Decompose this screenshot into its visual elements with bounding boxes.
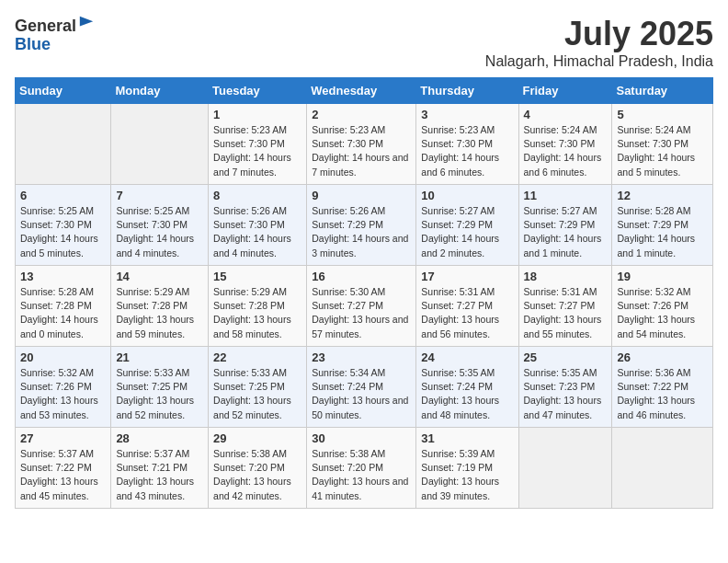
day-number: 17 [421,270,513,283]
day-info: Sunrise: 5:26 AMSunset: 7:29 PMDaylight:… [312,204,411,260]
header-day-tuesday: Tuesday [209,78,307,104]
week-row: 1Sunrise: 5:23 AMSunset: 7:30 PMDaylight… [16,104,713,185]
day-number: 7 [116,189,203,202]
day-info: Sunrise: 5:37 AMSunset: 7:22 PMDaylight:… [20,447,106,503]
header-day-monday: Monday [111,78,209,104]
day-info: Sunrise: 5:35 AMSunset: 7:23 PMDaylight:… [524,366,608,422]
calendar-cell: 14Sunrise: 5:29 AMSunset: 7:28 PMDayligh… [111,266,209,347]
day-info: Sunrise: 5:24 AMSunset: 7:30 PMDaylight:… [524,123,608,179]
day-info: Sunrise: 5:31 AMSunset: 7:27 PMDaylight:… [421,285,513,341]
day-number: 16 [312,270,411,283]
day-info: Sunrise: 5:23 AMSunset: 7:30 PMDaylight:… [312,123,411,179]
header-day-saturday: Saturday [612,78,713,104]
day-number: 14 [116,270,203,283]
day-info: Sunrise: 5:36 AMSunset: 7:22 PMDaylight:… [617,366,708,422]
day-info: Sunrise: 5:38 AMSunset: 7:20 PMDaylight:… [312,447,411,503]
calendar-cell: 24Sunrise: 5:35 AMSunset: 7:24 PMDayligh… [416,347,518,428]
week-row: 27Sunrise: 5:37 AMSunset: 7:22 PMDayligh… [16,428,713,509]
day-number: 5 [617,108,708,121]
calendar-cell: 26Sunrise: 5:36 AMSunset: 7:22 PMDayligh… [612,347,713,428]
day-number: 22 [213,350,301,364]
svg-marker-0 [80,17,93,27]
calendar-table: SundayMondayTuesdayWednesdayThursdayFrid… [15,77,713,509]
day-number: 30 [312,431,411,445]
day-number: 27 [20,431,106,445]
day-info: Sunrise: 5:33 AMSunset: 7:25 PMDaylight:… [116,366,203,422]
day-number: 26 [617,350,708,364]
calendar-cell: 27Sunrise: 5:37 AMSunset: 7:22 PMDayligh… [16,428,111,509]
day-info: Sunrise: 5:37 AMSunset: 7:21 PMDaylight:… [116,447,203,503]
day-info: Sunrise: 5:39 AMSunset: 7:19 PMDaylight:… [421,447,513,503]
day-info: Sunrise: 5:25 AMSunset: 7:30 PMDaylight:… [116,204,203,260]
calendar-cell: 2Sunrise: 5:23 AMSunset: 7:30 PMDaylight… [307,104,416,185]
day-info: Sunrise: 5:35 AMSunset: 7:24 PMDaylight:… [421,366,513,422]
calendar-cell: 9Sunrise: 5:26 AMSunset: 7:29 PMDaylight… [307,185,416,266]
page-title: July 2025 [485,15,713,53]
week-row: 20Sunrise: 5:32 AMSunset: 7:26 PMDayligh… [16,347,713,428]
day-number: 18 [524,270,608,283]
day-info: Sunrise: 5:29 AMSunset: 7:28 PMDaylight:… [116,285,203,341]
day-number: 31 [421,431,513,445]
calendar-cell: 21Sunrise: 5:33 AMSunset: 7:25 PMDayligh… [111,347,209,428]
day-number: 10 [421,189,513,202]
calendar-cell [111,104,209,185]
logo-flag-icon [78,15,95,31]
day-info: Sunrise: 5:32 AMSunset: 7:26 PMDaylight:… [617,285,708,341]
day-number: 9 [312,189,411,202]
calendar-cell: 10Sunrise: 5:27 AMSunset: 7:29 PMDayligh… [416,185,518,266]
day-info: Sunrise: 5:28 AMSunset: 7:29 PMDaylight:… [617,204,708,260]
day-number: 29 [213,431,301,445]
day-number: 4 [524,108,608,121]
day-info: Sunrise: 5:32 AMSunset: 7:26 PMDaylight:… [20,366,106,422]
calendar-cell: 22Sunrise: 5:33 AMSunset: 7:25 PMDayligh… [209,347,307,428]
calendar-cell [16,104,111,185]
logo-blue: Blue [15,35,51,53]
day-info: Sunrise: 5:34 AMSunset: 7:24 PMDaylight:… [312,366,411,422]
calendar-cell: 4Sunrise: 5:24 AMSunset: 7:30 PMDaylight… [518,104,612,185]
calendar-cell: 11Sunrise: 5:27 AMSunset: 7:29 PMDayligh… [518,185,612,266]
day-number: 28 [116,431,203,445]
header-day-wednesday: Wednesday [307,78,416,104]
day-number: 19 [617,270,708,283]
calendar-cell: 5Sunrise: 5:24 AMSunset: 7:30 PMDaylight… [612,104,713,185]
week-row: 6Sunrise: 5:25 AMSunset: 7:30 PMDaylight… [16,185,713,266]
calendar-cell: 28Sunrise: 5:37 AMSunset: 7:21 PMDayligh… [111,428,209,509]
calendar-cell: 23Sunrise: 5:34 AMSunset: 7:24 PMDayligh… [307,347,416,428]
day-number: 20 [20,350,106,364]
calendar-cell: 31Sunrise: 5:39 AMSunset: 7:19 PMDayligh… [416,428,518,509]
day-info: Sunrise: 5:31 AMSunset: 7:27 PMDaylight:… [524,285,608,341]
calendar-cell: 29Sunrise: 5:38 AMSunset: 7:20 PMDayligh… [209,428,307,509]
day-number: 1 [213,108,301,121]
calendar-cell: 15Sunrise: 5:29 AMSunset: 7:28 PMDayligh… [209,266,307,347]
calendar-cell: 7Sunrise: 5:25 AMSunset: 7:30 PMDaylight… [111,185,209,266]
calendar-cell: 16Sunrise: 5:30 AMSunset: 7:27 PMDayligh… [307,266,416,347]
calendar-header: SundayMondayTuesdayWednesdayThursdayFrid… [16,78,713,104]
page-subtitle: Nalagarh, Himachal Pradesh, India [485,53,713,70]
calendar-cell: 30Sunrise: 5:38 AMSunset: 7:20 PMDayligh… [307,428,416,509]
day-info: Sunrise: 5:23 AMSunset: 7:30 PMDaylight:… [421,123,513,179]
calendar-cell: 25Sunrise: 5:35 AMSunset: 7:23 PMDayligh… [518,347,612,428]
calendar-cell: 12Sunrise: 5:28 AMSunset: 7:29 PMDayligh… [612,185,713,266]
header-row: SundayMondayTuesdayWednesdayThursdayFrid… [16,78,713,104]
calendar-cell: 1Sunrise: 5:23 AMSunset: 7:30 PMDaylight… [209,104,307,185]
day-info: Sunrise: 5:27 AMSunset: 7:29 PMDaylight:… [524,204,608,260]
logo: General Blue [15,15,95,54]
header-day-friday: Friday [518,78,612,104]
day-info: Sunrise: 5:24 AMSunset: 7:30 PMDaylight:… [617,123,708,179]
day-number: 24 [421,350,513,364]
day-number: 2 [312,108,411,121]
logo-general: General [15,17,76,35]
day-number: 3 [421,108,513,121]
day-info: Sunrise: 5:26 AMSunset: 7:30 PMDaylight:… [213,204,301,260]
day-number: 13 [20,270,106,283]
page-header: General Blue July 2025 Nalagarh, Himacha… [15,15,713,70]
day-info: Sunrise: 5:29 AMSunset: 7:28 PMDaylight:… [213,285,301,341]
day-number: 12 [617,189,708,202]
calendar-cell: 8Sunrise: 5:26 AMSunset: 7:30 PMDaylight… [209,185,307,266]
day-number: 15 [213,270,301,283]
day-info: Sunrise: 5:38 AMSunset: 7:20 PMDaylight:… [213,447,301,503]
calendar-cell [518,428,612,509]
day-info: Sunrise: 5:30 AMSunset: 7:27 PMDaylight:… [312,285,411,341]
calendar-cell: 13Sunrise: 5:28 AMSunset: 7:28 PMDayligh… [16,266,111,347]
calendar-cell: 6Sunrise: 5:25 AMSunset: 7:30 PMDaylight… [16,185,111,266]
